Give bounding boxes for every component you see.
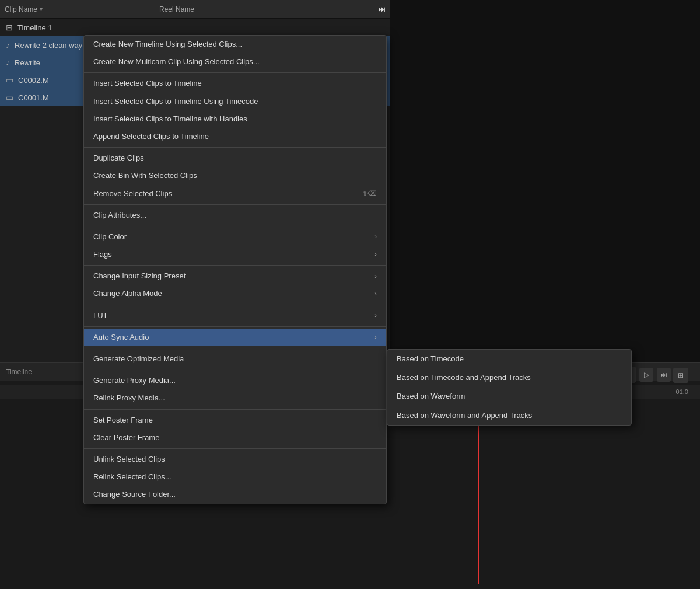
media-item-name: Rewrite (15, 58, 40, 67)
auto-sync-arrow: › (374, 333, 377, 341)
insert-timecode-item[interactable]: Insert Selected Clips to Timeline Using … (84, 93, 386, 110)
sep-4 (84, 226, 386, 226)
clip-color-item[interactable]: Clip Color › (84, 228, 386, 246)
insert-timeline-item[interactable]: Insert Selected Clips to Timeline (84, 75, 386, 92)
media-item-name: Rewrite 2 clean way (15, 41, 82, 50)
based-waveform-item[interactable]: Based on Waveform (387, 387, 631, 406)
change-input-sizing-item[interactable]: Change Input Sizing Preset › (84, 267, 386, 285)
remove-clips-item[interactable]: Remove Selected Clips ⇧⌫ (84, 185, 386, 203)
insert-handles-item[interactable]: Insert Selected Clips to Timeline with H… (84, 110, 386, 128)
flags-item[interactable]: Flags › (84, 246, 386, 263)
sep-8 (84, 348, 386, 348)
alpha-arrow: › (374, 290, 377, 298)
sep-7 (84, 326, 386, 327)
viewer-panel (391, 0, 700, 362)
create-timeline-item[interactable]: Create New Timeline Using Selected Clips… (84, 36, 386, 53)
unlink-clips-item[interactable]: Unlink Selected Clips (84, 451, 386, 468)
generate-proxy-item[interactable]: Generate Proxy Media... (84, 372, 386, 389)
auto-sync-submenu: Based on Timecode Based on Timecode and … (387, 349, 632, 426)
clip-name-label: Clip Name (5, 5, 37, 13)
based-waveform-append-item[interactable]: Based on Waveform and Append Tracks (387, 406, 631, 425)
music-icon-2: ♪ (6, 58, 10, 67)
film-icon-2: ▭ (6, 93, 13, 102)
remove-shortcut: ⇧⌫ (362, 189, 377, 198)
timecode-end-display: 01:0 (676, 388, 688, 395)
based-timecode-item[interactable]: Based on Timecode (387, 350, 631, 368)
relink-proxy-item[interactable]: Relink Proxy Media... (84, 389, 386, 407)
relink-clips-item[interactable]: Relink Selected Clips... (84, 468, 386, 486)
create-bin-item[interactable]: Create Bin With Selected Clips (84, 167, 386, 184)
change-alpha-item[interactable]: Change Alpha Mode › (84, 285, 386, 302)
lut-item[interactable]: LUT › (84, 307, 386, 325)
input-sizing-arrow: › (374, 272, 377, 281)
duplicate-clips-item[interactable]: Duplicate Clips (84, 149, 386, 167)
skip-fwd-btn[interactable]: ⏭ (657, 368, 671, 382)
step-fwd-btn[interactable]: ▷ (639, 368, 653, 382)
timeline-label: Timeline (6, 368, 32, 376)
change-source-item[interactable]: Change Source Folder... (84, 486, 386, 503)
sep-11 (84, 448, 386, 449)
clear-poster-item[interactable]: Clear Poster Frame (84, 429, 386, 447)
film-icon-1: ▭ (6, 75, 13, 85)
based-timecode-append-item[interactable]: Based on Timecode and Append Tracks (387, 368, 631, 387)
clip-name-sort-icon: ▾ (40, 6, 43, 12)
music-icon-1: ♪ (6, 40, 10, 50)
viewer-icon-1[interactable]: ⊞ (673, 368, 688, 383)
auto-sync-item[interactable]: Auto Sync Audio › (84, 329, 386, 346)
media-item-timeline[interactable]: ⊟ Timeline 1 (0, 19, 390, 36)
flags-arrow: › (374, 250, 377, 259)
media-item-name: C0001.M (18, 93, 49, 102)
sep-10 (84, 409, 386, 410)
media-item-name: Timeline 1 (18, 23, 52, 32)
generate-optimized-item[interactable]: Generate Optimized Media (84, 350, 386, 368)
clip-attributes-item[interactable]: Clip Attributes... (84, 207, 386, 224)
media-item-name: C0002.M (18, 76, 49, 85)
reel-name-label: Reel Name (159, 5, 194, 13)
clip-name-column[interactable]: Clip Name ▾ (5, 5, 43, 13)
sep-3 (84, 204, 386, 205)
timeline-icon: ⊟ (6, 23, 13, 32)
reel-name-column[interactable]: Reel Name (159, 5, 194, 13)
viewer-bottom-controls: ⊞ (673, 368, 688, 383)
skip-next-btn[interactable]: ⏭ (378, 5, 386, 13)
sep-5 (84, 265, 386, 266)
sep-9 (84, 370, 386, 370)
sep-6 (84, 305, 386, 305)
sep-2 (84, 147, 386, 148)
context-menu: Create New Timeline Using Selected Clips… (83, 35, 387, 504)
create-multicam-item[interactable]: Create New Multicam Clip Using Selected … (84, 53, 386, 71)
clip-color-arrow: › (374, 232, 377, 241)
skip-next-icon: ⏭ (378, 5, 386, 13)
media-pool-header: Clip Name ▾ Reel Name ⏭ (0, 0, 390, 19)
set-poster-item[interactable]: Set Poster Frame (84, 412, 386, 429)
lut-arrow: › (374, 311, 377, 320)
sep-1 (84, 72, 386, 73)
append-timeline-item[interactable]: Append Selected Clips to Timeline (84, 128, 386, 145)
